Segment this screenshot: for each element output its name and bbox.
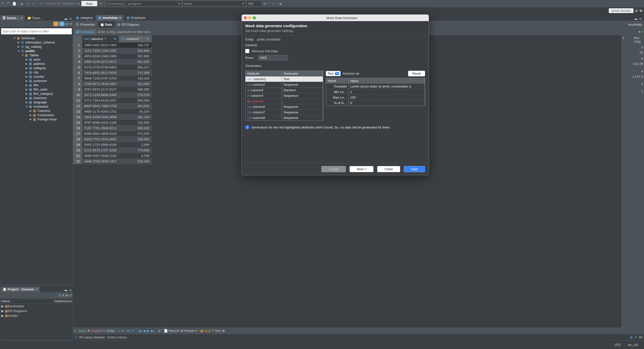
start-button[interactable]: Start <box>404 166 425 172</box>
table-row[interactable]: 75646-7239-6787-5754153,419 <box>73 76 152 81</box>
quick-access-button[interactable]: Quick Access <box>609 8 633 13</box>
minimize-icon[interactable]: ▬ <box>634 17 638 21</box>
generator-row-column2[interactable]: 123column2Sequence <box>246 82 323 87</box>
tab-mockdata[interactable]: ▦mockdata× <box>96 15 124 21</box>
link-icon[interactable]: ⇄ <box>59 22 64 26</box>
text-view-button[interactable]: T Text <box>212 329 221 333</box>
generator-row-column4[interactable]: ✔column4Sequence <box>246 93 323 98</box>
tab-category[interactable]: ▦category <box>73 15 95 21</box>
generator-row-column1[interactable]: ABCcolumn1Text <box>246 76 323 82</box>
tree-table-film[interactable]: ▶▦film <box>0 83 73 87</box>
auto-button[interactable]: Auto <box>81 1 98 6</box>
connect-icon[interactable]: 🔌 <box>1 1 6 6</box>
exec-plan-icon[interactable]: ⎋ <box>31 1 35 6</box>
column-header-2[interactable]: 123 column2 ▼? <box>119 35 151 42</box>
project-scripts[interactable]: ▶▦Scripts <box>0 313 73 318</box>
tree-table-category[interactable]: ▶▦category <box>0 66 73 70</box>
tree-table-film_category[interactable]: ▶▦film_category <box>0 92 73 96</box>
table-row[interactable]: 202113-2675-1727-1855774,506 <box>73 148 152 153</box>
table-row[interactable]: 159787-6098-4343-1166181,585 <box>73 120 152 125</box>
tree-table-customer[interactable]: ▶▦customer <box>0 79 73 83</box>
tree-table-inventory[interactable]: ▶▦inventory <box>0 96 73 100</box>
tree-constraints[interactable]: ▶▦Constraints <box>0 113 73 117</box>
tree-filter-input[interactable] <box>1 28 72 34</box>
table-row[interactable]: 214056-4297-5540-21323,788 <box>73 153 152 159</box>
table-row[interactable]: 139489-1175-4260-273254,154 <box>73 109 152 114</box>
collapse-icon[interactable]: ⊟ <box>65 22 68 26</box>
apply-filter-icon[interactable]: ➔ <box>640 30 643 34</box>
table-row[interactable]: 42855-1234-3272-5671862,032 <box>73 59 152 65</box>
grid-view-button[interactable]: ▦ Grid <box>200 329 210 333</box>
tree-table-address[interactable]: ▶▦address <box>0 62 73 66</box>
subtab-data[interactable]: ▦Data <box>98 21 114 28</box>
tree-table-country[interactable]: ▶▦country <box>0 74 73 79</box>
table-row[interactable]: 185433-7752-1575-4642550,853 <box>73 137 152 142</box>
close-window-icon[interactable] <box>244 16 247 19</box>
last-icon[interactable]: ▶| <box>151 329 154 333</box>
maximize-icon[interactable]: ▭ <box>68 288 72 292</box>
next-button[interactable]: Next > <box>349 166 374 172</box>
tree-info-schema[interactable]: ▶⊞information_schema <box>0 40 73 45</box>
tree-table-actor[interactable]: ▶▦actor <box>0 57 73 62</box>
table-row[interactable]: 55178-2735-5728-6463591,217 <box>73 65 152 70</box>
maximize-icon[interactable]: ▭ <box>68 17 72 21</box>
settings-icon[interactable]: ⚙ <box>263 1 267 6</box>
cancel-icon[interactable]: ✖ <box>87 329 90 333</box>
tab-project-general[interactable]: 📋 Project - General × <box>1 287 40 292</box>
del-row-icon[interactable]: ≡- <box>132 329 135 333</box>
stop-icon[interactable]: ◼ <box>278 1 283 6</box>
commit-icon[interactable]: ✔ <box>39 1 43 6</box>
close-button[interactable]: Close <box>377 166 400 172</box>
close-icon[interactable]: × <box>119 16 121 20</box>
add-icon[interactable]: ⊕ <box>65 293 68 297</box>
table-row[interactable]: 142601-8796-0544-3658261,214 <box>73 114 152 120</box>
tree-tables[interactable]: ▼▦Tables <box>0 53 73 57</box>
generator-props-table[interactable]: Name Value TemplateLorem ipsum dolor sit… <box>326 78 425 106</box>
tree-foreign-keys[interactable]: ▶▦Foreign Keys <box>0 117 73 121</box>
minimize-icon[interactable]: ▬ <box>64 288 68 292</box>
tx-mode-icon[interactable]: T▾ <box>76 1 80 6</box>
exec-script-icon[interactable]: ⎘ <box>25 1 30 6</box>
generator-row-column6[interactable]: 123column6Sequence <box>246 104 323 109</box>
edit-row-icon[interactable]: ≡ <box>118 329 120 333</box>
tree-table-film_actor[interactable]: ▶▦film_actor <box>0 87 73 92</box>
cancel-button[interactable]: Cancel <box>92 329 102 333</box>
record-button[interactable]: 📄 Record <box>164 329 179 333</box>
remove-old-checkbox[interactable] <box>245 49 249 53</box>
chevron-down-icon[interactable]: ▾ <box>638 30 640 34</box>
schema-combo[interactable]: public▼ <box>183 1 246 6</box>
tab-projects[interactable]: 📁 Прое... <box>25 15 45 21</box>
generators-table[interactable]: Attribute Generator ABCcolumn1Text123col… <box>245 71 323 121</box>
next-icon[interactable]: ▶ <box>147 329 149 333</box>
gear-icon[interactable]: ⚙ <box>58 293 61 297</box>
table-row[interactable]: 13899-4462-9313-7400340,737 <box>73 42 152 48</box>
table-row[interactable]: 103072-2103-8668-5448270,578 <box>73 92 152 98</box>
rows-limit-input[interactable]: 200 <box>247 1 262 6</box>
minimize-window-icon[interactable] <box>248 16 251 19</box>
prop-row[interactable]: % of N…0 <box>326 100 425 106</box>
table-row[interactable]: 112771-7343-5115-3207583,368 <box>73 98 152 103</box>
exec-icon[interactable]: ▶ <box>20 1 24 6</box>
layout-icon[interactable]: ⊞ <box>222 329 225 333</box>
refresh-tree-icon[interactable]: ⟲ <box>69 22 72 26</box>
column-header-1[interactable]: ABC column1 ▼? <box>82 35 119 42</box>
save-icon[interactable]: ✔ <box>74 329 77 333</box>
prop-row[interactable]: Min Le…1 <box>326 89 425 95</box>
rollback-icon[interactable]: ⟲ <box>57 1 61 6</box>
prev-icon[interactable]: ◀ <box>143 329 145 333</box>
disconnect-icon[interactable]: 🔌 <box>7 1 11 6</box>
prop-row[interactable]: TemplateLorem ipsum dolor sit amet, cons… <box>326 83 425 89</box>
commit-label[interactable]: Commit <box>44 2 56 6</box>
prop-row[interactable]: Max Le…100 <box>326 95 425 100</box>
tree-table-language[interactable]: ▶▦language <box>0 100 73 104</box>
table-crumb[interactable]: ▦ mockdata <box>74 29 96 34</box>
tree-public[interactable]: ▼⊞public <box>0 49 73 53</box>
new-conn-icon[interactable]: + <box>53 22 58 26</box>
script-button[interactable]: ⎘ Script <box>103 329 114 333</box>
tab-database-navigator[interactable]: 🗄 Datab... × <box>1 15 25 21</box>
rows-input[interactable] <box>258 55 288 60</box>
table-row[interactable]: 198392-1733-5998-81681,899 <box>73 142 152 148</box>
edit-icon[interactable]: ✎ <box>270 1 275 6</box>
first-icon[interactable]: |◀ <box>138 329 141 333</box>
project-er-diagrams[interactable]: ▶▦ER Diagrams <box>0 309 73 313</box>
